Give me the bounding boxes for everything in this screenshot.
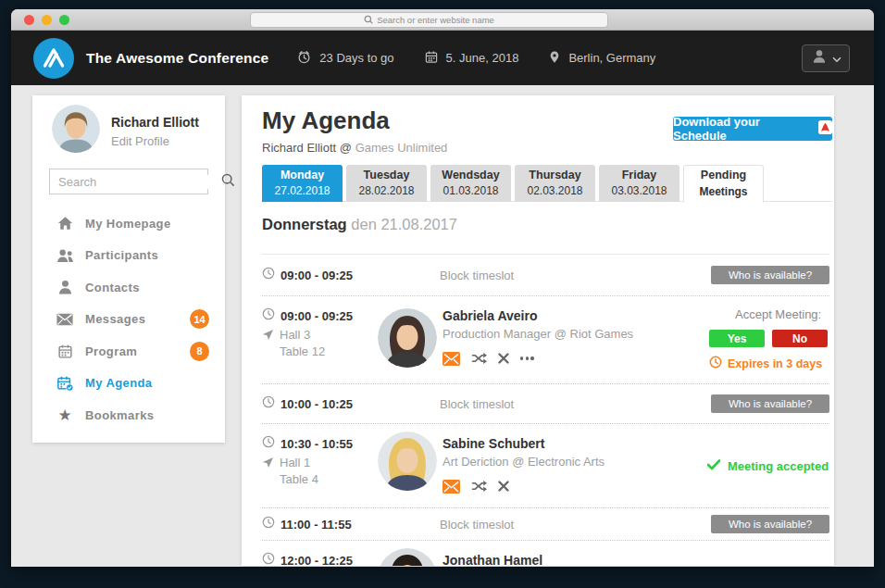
star-icon: ★ [56,407,74,423]
contact-icon [56,280,74,294]
location-pin-icon [548,49,561,68]
participant-name: Jonathan Hamel [442,552,542,566]
page-title: My Agenda [262,106,390,135]
envelope-icon [56,313,74,326]
tab-wednesday[interactable]: Wendsday 01.03.2018 [430,165,511,202]
tab-tuesday[interactable]: Tuesday 28.02.2018 [346,165,427,202]
fullscreen-window-button[interactable] [59,15,69,25]
sidebar-item-my-agenda[interactable]: My Agenda [32,368,225,400]
location-arrow-icon [262,456,274,472]
agenda-calendar-check-icon [56,375,74,392]
block-timeslot-label: Block timeslot [440,269,514,282]
tab-thursday[interactable]: Thursday 02.03.2018 [515,165,595,202]
cancel-meeting-icon[interactable] [498,353,509,364]
block-timeslot-label: Block timeslot [440,397,514,411]
agenda-subtitle: Richard Elliott @ Games Unlimited [262,141,447,155]
send-message-icon[interactable] [442,352,460,366]
avatar [378,308,437,368]
app-title: The Awesome Conference [86,50,268,67]
clock-icon [262,267,275,283]
location-arrow-icon [262,328,274,344]
participant-name: Sabine Schubert [442,435,605,452]
sidebar-item-messages[interactable]: Messages 14 [32,304,225,336]
program-count-badge: 8 [190,342,209,361]
reschedule-icon[interactable] [471,480,487,493]
edit-profile-link[interactable]: Edit Profile [111,134,199,148]
sidebar-item-contacts[interactable]: Contacts [32,271,225,304]
timeslot-time: 10:00 - 10:25 [280,397,353,411]
browser-window: Search or enter website name The Awesome… [11,9,874,567]
sidebar-item-bookmarks[interactable]: ★ Bookmarks [32,399,225,432]
participant-name: Gabriela Aveiro [442,307,633,324]
page-content: Richard Elliott Edit Profile My Homepage… [11,85,874,566]
more-options-icon[interactable] [520,357,534,359]
user-icon [811,48,828,69]
meeting-table: Table 4 [280,472,364,487]
sidebar-search-box [49,169,208,194]
meeting-decision: Accept Meeting: Yes No Expires in 3 days [709,307,829,371]
browser-titlebar: Search or enter website name [11,9,874,31]
user-menu-button[interactable] [802,44,850,72]
desktop-background: Search or enter website name The Awesome… [0,0,885,588]
app-header: The Awesome Conference 23 Days to go 5. … [11,31,874,85]
tab-monday[interactable]: Monday 27.02.2018 [262,165,343,202]
meeting-time: 12:00 - 12:25 [280,554,353,567]
agenda-list: 09:00 - 09:25 Block timeslot Who is avai… [262,254,829,566]
meeting-row: 12:00 - 12:25 Jonathan Hamel [262,541,829,566]
timeslot-row: 10:00 - 10:25 Block timeslot Who is avai… [262,384,829,423]
sidebar-item-my-homepage[interactable]: My Homepage [32,207,225,240]
accept-no-button[interactable]: No [772,330,828,347]
meeting-hall: Hall 3 [280,328,310,343]
messages-count-badge: 14 [190,309,209,329]
tab-friday[interactable]: Friday 03.03.2018 [599,165,679,202]
meeting-row: 10:30 - 10:55 Hall 1 Table 4 Sabine Schu… [262,424,829,507]
timeslot-time: 09:00 - 09:25 [280,269,353,282]
close-window-button[interactable] [24,15,34,25]
meeting-table: Table 12 [280,344,364,359]
timeslot-time: 11:00 - 11:55 [280,518,352,532]
participant-role: Production Manager @ Riot Games [442,327,633,342]
search-icon [364,15,373,26]
meeting-time: 10:30 - 10:55 [280,437,353,451]
cancel-meeting-icon[interactable] [498,481,509,492]
timeslot-row: 09:00 - 09:25 Block timeslot Who is avai… [262,255,829,295]
timeslot-row: 11:00 - 11:55 Block timeslot Who is avai… [262,508,829,540]
send-message-icon[interactable] [442,480,460,494]
accept-yes-button[interactable]: Yes [709,330,765,347]
who-is-available-button[interactable]: Who is available? [711,266,829,284]
day-heading: Donnerstag den 21.08.2017 [262,216,457,233]
sidebar: Richard Elliott Edit Profile My Homepage… [32,95,225,443]
who-is-available-button[interactable]: Who is available? [711,515,829,533]
avatar [378,432,437,491]
meeting-row: 09:00 - 09:25 Hall 3 Table 12 Gabriela A… [262,296,829,383]
participant-role: Art Deriction @ Electronic Arts [442,455,605,469]
accept-meeting-label: Accept Meeting: [735,307,829,321]
location-text: Berlin, Germany [568,51,655,65]
sidebar-menu: My Homepage Participants Contacts Messag… [32,207,225,432]
conference-logo-icon [33,38,74,79]
date-text: 5. June, 2018 [446,51,519,65]
calendar-icon [424,49,439,68]
meeting-actions [442,479,605,494]
tab-pending-meetings[interactable]: Pending Meetings [683,165,764,203]
clock-icon [262,307,275,324]
reschedule-icon[interactable] [471,352,487,365]
search-icon[interactable] [221,173,235,191]
download-schedule-button[interactable]: Download your Schedule [673,117,832,141]
sidebar-item-program[interactable]: Program 8 [32,335,225,368]
address-bar-placeholder: Search or enter website name [377,15,494,25]
block-timeslot-label: Block timeslot [440,518,514,532]
sidebar-search-input[interactable] [58,175,221,189]
clock-icon [262,516,275,532]
meeting-accepted-status: Meeting accepted [707,459,829,473]
alarm-clock-icon [296,49,312,68]
meeting-hall: Hall 1 [280,456,310,470]
user-name: Richard Elliott [111,115,199,130]
avatar[interactable] [52,105,100,153]
sidebar-item-participants[interactable]: Participants [32,240,225,272]
pdf-icon [818,120,832,137]
who-is-available-button[interactable]: Who is available? [711,394,829,413]
countdown-text: 23 Days to go [319,51,393,65]
minimize-window-button[interactable] [42,15,52,25]
browser-address-bar[interactable]: Search or enter website name [250,12,608,28]
